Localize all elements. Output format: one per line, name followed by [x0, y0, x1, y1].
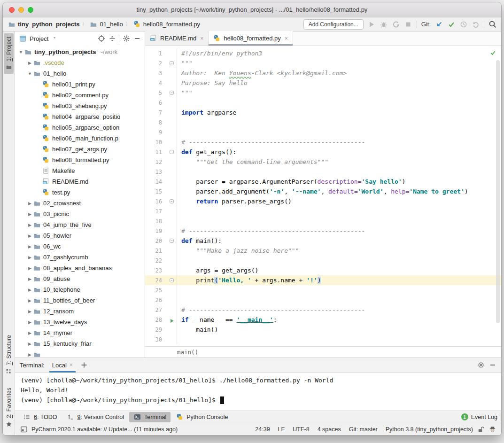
tree-item-12-ransom[interactable]: ▶12_ransom	[15, 306, 145, 317]
code-line-18[interactable]: 18	[145, 216, 501, 226]
close-icon[interactable]: ×	[200, 35, 203, 42]
code-line-25[interactable]: 25	[145, 285, 501, 295]
tree-item-hello02-comment-py[interactable]: hello02_comment.py	[15, 90, 145, 101]
status-message[interactable]: PyCharm 2020.1 available: // Update... (…	[31, 426, 178, 433]
code-line-5[interactable]: 5−"""	[145, 88, 501, 98]
new-terminal-session-icon[interactable]	[80, 361, 88, 369]
hide-terminal-icon[interactable]	[488, 361, 496, 369]
code-editor[interactable]: 1#!/usr/bin/env python32−"""3Author: Ken…	[145, 46, 501, 346]
fold-marker-icon[interactable]: −	[170, 239, 174, 243]
tool-window-switcher-icon[interactable]	[20, 426, 28, 434]
chevron-right-icon[interactable]: ▶	[27, 298, 33, 303]
status-item-python-3-8-tiny-python-projects-[interactable]: Python 3.8 (tiny_python_projects)	[386, 426, 473, 433]
code-line-1[interactable]: 1#!/usr/bin/env python3	[145, 48, 501, 58]
chevron-right-icon[interactable]: ▶	[27, 331, 33, 335]
tree-item-hello06-main-function-p[interactable]: hello06_main_function.p	[15, 133, 145, 144]
code-line-13[interactable]: 13	[145, 167, 501, 177]
code-line-11[interactable]: 11−def get_args():	[145, 147, 501, 157]
history-icon[interactable]	[459, 20, 467, 28]
tree-item-15-kentucky-friar[interactable]: ▶15_kentucky_friar	[15, 338, 145, 349]
editor-scrollbar[interactable]	[496, 60, 500, 323]
sidebar-tab-project[interactable]: 1: Project	[4, 33, 14, 74]
tree-item-07-gashlycrumb[interactable]: ▶07_gashlycrumb	[15, 252, 145, 263]
chevron-right-icon[interactable]: ▶	[27, 61, 33, 65]
tree-item-14-rhymer[interactable]: ▶14_rhymer	[15, 327, 145, 338]
lock-icon[interactable]	[477, 426, 485, 434]
code-line-28[interactable]: 28if __name__ == '__main__':	[145, 315, 501, 325]
hide-panel-icon[interactable]	[133, 35, 141, 43]
code-line-29[interactable]: 29 main()	[145, 325, 501, 334]
tree-item-hello01-print-py[interactable]: hello01_print.py	[15, 79, 145, 90]
code-line-30[interactable]: 30	[145, 334, 501, 344]
fold-marker-icon[interactable]: −	[170, 61, 174, 65]
commit-icon[interactable]	[447, 20, 455, 28]
chevron-right-icon[interactable]: ▶	[27, 309, 33, 314]
code-line-14[interactable]: 14 parser = argparse.ArgumentParser(desc…	[145, 177, 501, 187]
code-line-26[interactable]: 26	[145, 295, 501, 305]
status-item-4-spaces[interactable]: 4 spaces	[318, 426, 341, 433]
tree-item-09-abuse[interactable]: ▶09_abuse	[15, 273, 145, 284]
code-line-8[interactable]: 8	[145, 117, 501, 127]
editor-tab-readme-md[interactable]: MDREADME.md×	[145, 31, 209, 46]
status-item-lf[interactable]: LF	[278, 426, 285, 433]
rollback-icon[interactable]	[472, 20, 480, 28]
run-with-coverage-icon[interactable]	[392, 20, 400, 28]
chevron-right-icon[interactable]: ▶	[27, 352, 33, 357]
chevron-down-icon[interactable]: ▼	[27, 71, 33, 76]
code-line-15[interactable]: 15 parser.add_argument('-n', '--name', d…	[145, 187, 501, 196]
chevron-right-icon[interactable]: ▶	[27, 288, 33, 292]
tree-item[interactable]: ▶	[15, 349, 145, 358]
event-log-button[interactable]: 1Event Log	[461, 413, 497, 420]
tree-item-06-wc[interactable]: ▶06_wc	[15, 241, 145, 252]
code-line-17[interactable]: 17	[145, 206, 501, 216]
status-item-24-39[interactable]: 24:39	[255, 426, 270, 433]
code-line-22[interactable]: 22	[145, 256, 501, 265]
tree-item-02-crowsnest[interactable]: ▶02_crowsnest	[15, 198, 145, 209]
tree-item-hello03-shebang-py[interactable]: hello03_shebang.py	[15, 101, 145, 111]
editor-tab-hello08-formatted-py[interactable]: hello08_formatted.py×	[209, 31, 293, 46]
code-line-6[interactable]: 6	[145, 98, 501, 108]
inspections-ok-icon[interactable]	[489, 49, 497, 57]
status-item-utf-8[interactable]: UTF-8	[293, 426, 309, 433]
chevron-right-icon[interactable]: ▶	[27, 342, 33, 346]
chevron-right-icon[interactable]: ▶	[27, 201, 33, 206]
update-project-icon[interactable]	[435, 20, 443, 28]
tree-item-hello08-formatted-py[interactable]: hello08_formatted.py	[15, 155, 145, 165]
tree-item-readme-md[interactable]: MDREADME.md	[15, 176, 145, 187]
breadcrumb-item[interactable]: 01_hello	[89, 20, 123, 28]
highlighting-level-icon[interactable]	[488, 426, 496, 434]
code-line-4[interactable]: 4Purpose: Say hello	[145, 78, 501, 88]
chevron-down-icon[interactable]	[51, 35, 59, 43]
search-everywhere-icon[interactable]	[488, 20, 496, 28]
tree-item-13-twelve-days[interactable]: ▶13_twelve_days	[15, 317, 145, 327]
add-configuration-button[interactable]: Add Configuration...	[303, 19, 364, 30]
gear-icon[interactable]	[122, 35, 130, 43]
tree-item-hello04-argparse-positio[interactable]: hello04_argparse_positio	[15, 111, 145, 122]
code-line-16[interactable]: 16− return parser.parse_args()	[145, 196, 501, 206]
code-line-9[interactable]: 9	[145, 127, 501, 137]
chevron-right-icon[interactable]: ▶	[27, 266, 33, 271]
breadcrumb-item[interactable]: hello08_formatted.py	[133, 20, 200, 28]
terminal-settings-icon[interactable]	[477, 361, 485, 369]
toolwindow-button-python-console[interactable]: Python Console	[171, 412, 232, 422]
chevron-right-icon[interactable]: ▶	[27, 223, 33, 227]
close-icon[interactable]: ×	[70, 362, 73, 368]
tree-item-makefile[interactable]: Makefile	[15, 165, 145, 176]
tree-item--vscode[interactable]: ▶.vscode	[15, 57, 145, 68]
code-line-21[interactable]: 21 """Make a jazz noise here"""	[145, 246, 501, 256]
tree-item-tiny-python-projects[interactable]: ▼tiny_python_projects~/work	[15, 47, 145, 57]
tree-item-01-hello[interactable]: ▼01_hello	[15, 68, 145, 79]
fold-marker-icon[interactable]: −	[170, 91, 174, 95]
tree-item-hello05-argparse-option[interactable]: hello05_argparse_option	[15, 122, 145, 133]
fold-marker-icon[interactable]: −	[170, 150, 174, 154]
code-line-7[interactable]: 7import argparse	[145, 108, 501, 117]
breadcrumb-item[interactable]: tiny_python_projects	[8, 20, 79, 28]
tree-item-11-bottles-of-beer[interactable]: ▶11_bottles_of_beer	[15, 295, 145, 306]
code-line-24[interactable]: 24− print('Hello, ' + args.name + '!')	[145, 275, 501, 285]
tree-item-05-howler[interactable]: ▶05_howler	[15, 230, 145, 241]
code-line-2[interactable]: 2−"""	[145, 58, 501, 68]
chevron-down-icon[interactable]: ▼	[18, 50, 24, 54]
fold-marker-icon[interactable]: −	[170, 278, 174, 282]
chevron-right-icon[interactable]: ▶	[27, 212, 33, 217]
sidebar-tab-structure[interactable]: 7: Structure	[4, 332, 14, 377]
